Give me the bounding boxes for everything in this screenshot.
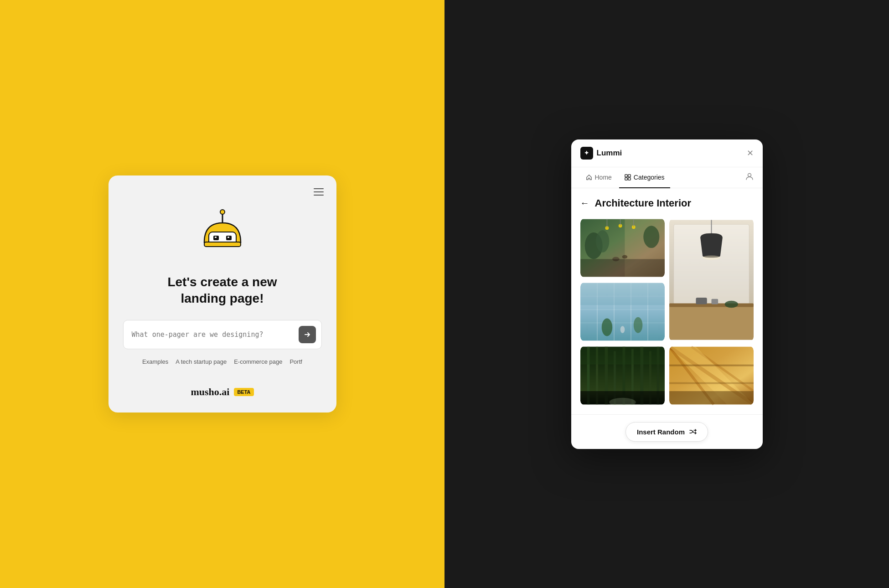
robot-illustration xyxy=(195,208,250,263)
lummi-logo-icon: ✦ xyxy=(580,147,593,160)
svg-rect-57 xyxy=(669,304,754,340)
lummi-insert-bar: Insert Random xyxy=(571,414,763,449)
svg-point-16 xyxy=(596,230,609,253)
lummi-app-title: Lummi xyxy=(597,149,622,158)
lummi-page-header: ← Architecture Interior xyxy=(580,197,754,209)
svg-rect-58 xyxy=(669,303,754,307)
svg-point-1 xyxy=(220,210,225,214)
svg-point-38 xyxy=(620,326,625,333)
svg-point-37 xyxy=(633,317,642,333)
beta-badge: BETA xyxy=(234,388,253,396)
left-panel: Let's create a new landing page! Example… xyxy=(0,0,444,588)
examples-label: Examples xyxy=(140,357,170,366)
svg-point-12 xyxy=(748,173,751,176)
svg-rect-10 xyxy=(625,177,627,180)
svg-rect-6 xyxy=(227,237,229,238)
lummi-logo-row: ✦ Lummi xyxy=(580,147,622,160)
lummi-content: ← Architecture Interior xyxy=(571,188,763,414)
brand-name: musho.ai xyxy=(191,386,229,398)
lummi-image-grid xyxy=(580,218,754,405)
nav-item-categories[interactable]: Categories xyxy=(619,167,670,188)
lummi-nav: Home Categories xyxy=(571,167,763,188)
image-coworking[interactable] xyxy=(580,218,665,278)
menu-icon[interactable] xyxy=(314,188,324,196)
musho-card: Let's create a new landing page! Example… xyxy=(109,175,336,413)
right-panel: ✦ Lummi ✕ Home Categories xyxy=(444,0,889,588)
svg-point-19 xyxy=(622,255,627,258)
svg-point-17 xyxy=(643,226,659,248)
lummi-titlebar: ✦ Lummi ✕ xyxy=(571,139,763,167)
card-footer: musho.ai BETA xyxy=(191,386,253,398)
search-input[interactable] xyxy=(132,330,299,339)
user-icon[interactable] xyxy=(745,172,754,183)
svg-rect-11 xyxy=(628,177,631,180)
examples-row: Examples A tech startup page E-commerce … xyxy=(140,357,304,366)
svg-rect-39 xyxy=(580,283,665,305)
nav-categories-label: Categories xyxy=(634,174,665,181)
svg-rect-67 xyxy=(669,391,754,404)
chip-tech-startup[interactable]: A tech startup page xyxy=(174,357,228,366)
svg-rect-26 xyxy=(580,259,665,277)
svg-rect-7 xyxy=(204,242,241,247)
page-title: Architecture Interior xyxy=(595,197,692,209)
svg-rect-61 xyxy=(711,299,718,304)
svg-point-36 xyxy=(601,318,612,336)
image-col-1 xyxy=(580,218,665,405)
submit-button[interactable] xyxy=(299,326,316,343)
shuffle-icon xyxy=(689,428,697,435)
svg-rect-60 xyxy=(696,297,707,304)
nav-item-home[interactable]: Home xyxy=(580,167,617,188)
lummi-window: ✦ Lummi ✕ Home Categories xyxy=(571,139,763,449)
chip-portf[interactable]: Portf xyxy=(288,357,304,366)
nav-home-label: Home xyxy=(595,174,612,181)
image-glass-building[interactable] xyxy=(580,282,665,341)
grid-icon xyxy=(625,174,631,181)
insert-random-button[interactable]: Insert Random xyxy=(625,422,708,442)
card-title: Let's create a new landing page! xyxy=(167,274,277,307)
image-col-2 xyxy=(669,218,754,405)
svg-rect-68 xyxy=(669,364,754,366)
search-input-row[interactable] xyxy=(123,320,322,349)
svg-rect-8 xyxy=(625,174,627,176)
back-button[interactable]: ← xyxy=(580,198,589,208)
chip-ecommerce[interactable]: E-commerce page xyxy=(232,357,284,366)
svg-rect-5 xyxy=(215,237,217,238)
close-button[interactable]: ✕ xyxy=(747,149,754,157)
svg-point-59 xyxy=(724,300,738,308)
image-sunlit-industrial[interactable] xyxy=(669,346,754,405)
svg-rect-69 xyxy=(669,382,754,384)
insert-random-label: Insert Random xyxy=(637,428,685,436)
image-forest-interior[interactable] xyxy=(580,346,665,405)
image-lamp-desk[interactable] xyxy=(669,218,754,341)
home-icon xyxy=(586,174,592,181)
svg-rect-9 xyxy=(628,174,631,176)
svg-rect-50 xyxy=(580,346,665,364)
svg-point-56 xyxy=(703,255,720,260)
